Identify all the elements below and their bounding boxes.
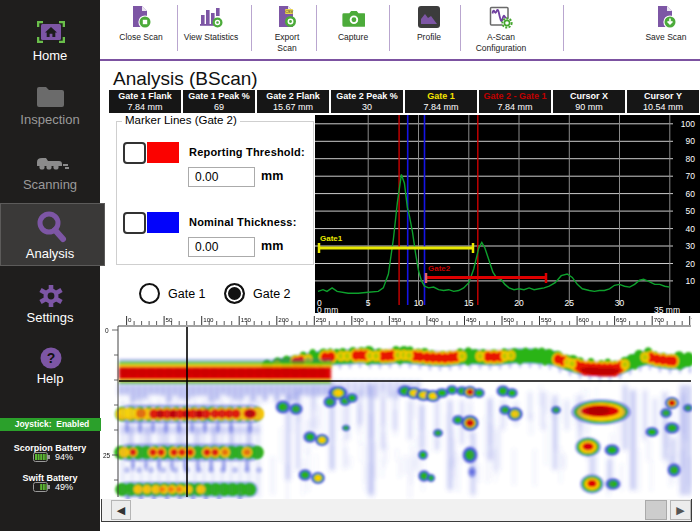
svg-text:15: 15 [464,298,474,308]
svg-text:35 mm: 35 mm [654,305,680,314]
svg-text:650: 650 [616,316,627,323]
svg-text:25: 25 [565,298,575,308]
svg-text:300: 300 [353,316,364,323]
svg-text:20: 20 [514,298,524,308]
svg-text:350: 350 [391,316,402,323]
svg-text:150: 150 [241,316,252,323]
svg-text:40: 40 [686,224,696,234]
svg-text:0 mm: 0 mm [317,305,338,314]
svg-text:?: ? [47,350,56,366]
svg-text:CSV: CSV [285,9,294,14]
svg-text:750: 750 [691,316,692,323]
svg-text:30: 30 [686,241,696,251]
svg-text:500: 500 [504,316,515,323]
svg-text:25: 25 [103,452,111,459]
svg-text:200: 200 [278,316,289,323]
svg-text:5: 5 [366,298,371,308]
svg-text:Gate1: Gate1 [320,234,343,243]
svg-text:550: 550 [541,316,552,323]
svg-text:0: 0 [105,327,109,334]
svg-text:10: 10 [686,276,696,286]
svg-text:50: 50 [686,206,696,216]
svg-text:250: 250 [316,316,327,323]
svg-text:60: 60 [686,189,696,199]
svg-text:700: 700 [654,316,665,323]
svg-text:100: 100 [203,316,214,323]
svg-text:20: 20 [686,259,696,269]
svg-text:400: 400 [428,316,439,323]
svg-text:10: 10 [414,298,424,308]
svg-text:0: 0 [128,316,132,323]
svg-text:70: 70 [686,171,696,181]
svg-text:90: 90 [686,136,696,146]
svg-text:Gate2: Gate2 [428,264,451,273]
svg-text:450: 450 [466,316,477,323]
svg-text:100: 100 [681,119,695,129]
svg-text:80: 80 [686,154,696,164]
svg-text:600: 600 [579,316,590,323]
svg-text:30: 30 [615,298,625,308]
